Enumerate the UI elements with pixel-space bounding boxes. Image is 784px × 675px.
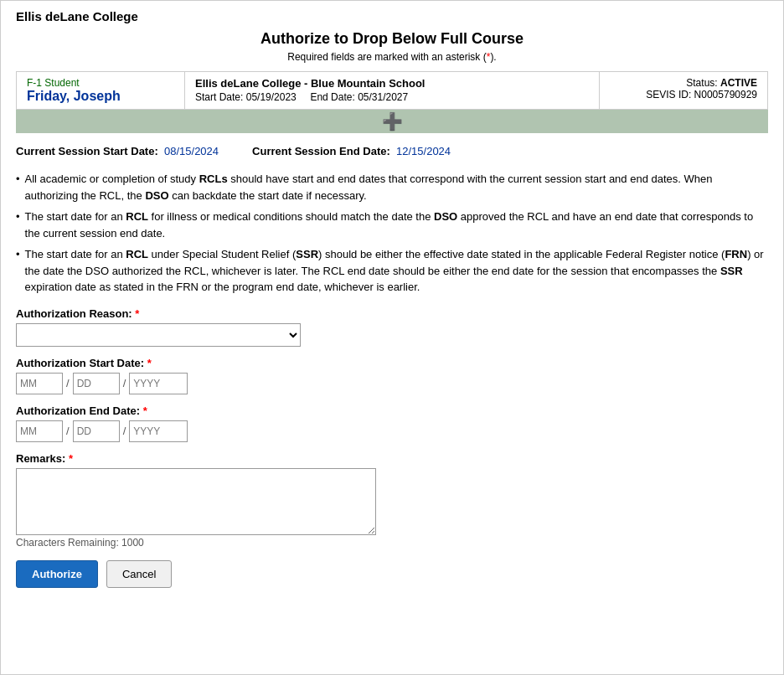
remarks-required: * xyxy=(69,452,73,465)
asterisk-symbol: * xyxy=(487,51,491,63)
date-sep-3: / xyxy=(66,425,70,437)
auth-end-label: Authorization End Date: * xyxy=(16,404,768,417)
chars-remaining: Characters Remaining: 1000 xyxy=(16,537,768,549)
start-date-label: Start Date: xyxy=(195,91,243,103)
auth-end-yyyy[interactable] xyxy=(129,420,188,442)
end-date-value: 05/31/2027 xyxy=(358,91,408,103)
sevis-id: N0005790929 xyxy=(694,89,757,100)
auth-start-dd[interactable] xyxy=(73,373,120,394)
auth-reason-select[interactable]: Academic Difficulty Illness or Medical C… xyxy=(16,323,301,347)
page-title: Authorize to Drop Below Full Course xyxy=(16,30,768,48)
end-date-label: End Date: xyxy=(310,91,354,103)
notes-section: • All academic or completion of study RC… xyxy=(16,171,768,296)
date-sep-1: / xyxy=(66,377,70,389)
button-row: Authorize Cancel xyxy=(16,560,768,588)
date-sep-2: / xyxy=(123,377,126,389)
bullet-1: • xyxy=(16,171,20,204)
school-name: Ellis deLane College - Blue Mountain Sch… xyxy=(195,77,589,90)
auth-start-label: Authorization Start Date: * xyxy=(16,357,768,369)
auth-reason-section: Authorization Reason: * Academic Difficu… xyxy=(16,307,768,347)
auth-end-required: * xyxy=(143,404,147,417)
auth-start-date-row: / / xyxy=(16,373,768,394)
auth-reason-required: * xyxy=(135,307,139,320)
page-wrapper: Ellis deLane College Authorize to Drop B… xyxy=(0,0,784,675)
session-dates: Current Session Start Date: 08/15/2024 C… xyxy=(16,142,768,161)
note-item-3: • The start date for an RCL under Specia… xyxy=(16,246,768,296)
required-note: Required fields are marked with an aster… xyxy=(16,51,768,63)
session-end-label: Current Session End Date: xyxy=(252,145,390,157)
note-text-2: The start date for an RCL for illness or… xyxy=(25,209,768,241)
add-icon[interactable]: ➕ xyxy=(382,111,403,131)
school-dates: Start Date: 05/19/2023 End Date: 05/31/2… xyxy=(195,91,589,103)
bullet-3: • xyxy=(16,246,20,296)
status-label: Status: xyxy=(686,77,717,89)
status-value: ACTIVE xyxy=(720,77,757,89)
status-section: Status: ACTIVE SEVIS ID: N0005790929 xyxy=(600,72,767,109)
remarks-section: Remarks: * Characters Remaining: 1000 xyxy=(16,452,768,549)
session-start-label: Current Session Start Date: xyxy=(16,145,158,157)
auth-reason-label: Authorization Reason: * xyxy=(16,307,768,320)
student-bar: F-1 Student Friday, Joseph Ellis deLane … xyxy=(16,71,768,110)
note-item-2: • The start date for an RCL for illness … xyxy=(16,209,768,241)
auth-end-section: Authorization End Date: * / / xyxy=(16,404,768,442)
auth-start-mm[interactable] xyxy=(16,373,63,394)
student-type: F-1 Student xyxy=(27,77,174,89)
session-end-item: Current Session End Date: 12/15/2024 xyxy=(252,145,451,157)
remarks-textarea[interactable] xyxy=(16,468,376,535)
date-sep-4: / xyxy=(123,425,126,437)
auth-start-required: * xyxy=(147,357,152,369)
note-item-1: • All academic or completion of study RC… xyxy=(16,171,768,204)
auth-end-dd[interactable] xyxy=(73,420,120,442)
authorize-button[interactable]: Authorize xyxy=(16,560,98,588)
session-start-value: 08/15/2024 xyxy=(164,145,219,157)
bullet-2: • xyxy=(16,209,20,241)
session-end-value: 12/15/2024 xyxy=(396,145,451,157)
status-line: Status: ACTIVE xyxy=(610,77,757,89)
remarks-label: Remarks: * xyxy=(16,452,768,465)
note-text-1: All academic or completion of study RCLs… xyxy=(25,171,768,204)
auth-end-date-row: / / xyxy=(16,420,768,442)
auth-start-yyyy[interactable] xyxy=(129,373,188,394)
green-toolbar: ➕ xyxy=(16,110,768,133)
auth-start-section: Authorization Start Date: * / / xyxy=(16,357,768,394)
sevis-line: SEVIS ID: N0005790929 xyxy=(610,89,757,100)
school-section: Ellis deLane College - Blue Mountain Sch… xyxy=(184,72,600,109)
app-title: Ellis deLane College xyxy=(16,9,768,23)
start-date-value: 05/19/2023 xyxy=(246,91,297,103)
student-name: Friday, Joseph xyxy=(27,89,174,104)
sevis-label: SEVIS ID: xyxy=(646,89,691,100)
note-text-3: The start date for an RCL under Special … xyxy=(25,246,768,296)
auth-end-mm[interactable] xyxy=(16,420,63,442)
cancel-button[interactable]: Cancel xyxy=(106,560,172,588)
session-start-item: Current Session Start Date: 08/15/2024 xyxy=(16,145,219,157)
student-section: F-1 Student Friday, Joseph xyxy=(17,72,184,109)
